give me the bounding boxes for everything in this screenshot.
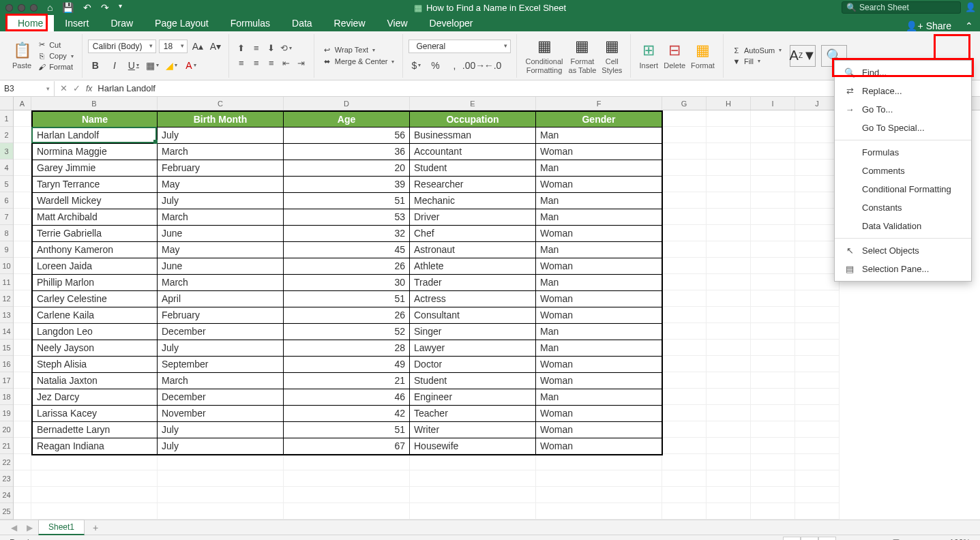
row-header[interactable]: 12: [0, 290, 13, 307]
table-cell[interactable]: Harlan Landolf: [32, 127, 158, 144]
table-cell[interactable]: Student: [410, 373, 536, 389]
fx-icon[interactable]: fx: [86, 84, 92, 93]
table-cell[interactable]: April: [158, 291, 284, 308]
table-cell[interactable]: 67: [284, 438, 410, 455]
row-header[interactable]: 9: [0, 241, 13, 258]
menu-data-validation[interactable]: Data Validation: [835, 217, 971, 235]
menu-formulas[interactable]: Formulas: [835, 143, 971, 162]
row-header[interactable]: 20: [0, 421, 13, 438]
table-header-cell[interactable]: Name: [32, 111, 158, 127]
table-cell[interactable]: 30: [284, 275, 410, 291]
row-header[interactable]: 25: [0, 503, 13, 520]
table-cell[interactable]: 49: [284, 357, 410, 373]
column-header[interactable]: G: [662, 97, 707, 110]
row-header[interactable]: 10: [0, 258, 13, 274]
align-left-button[interactable]: ≡: [235, 57, 248, 70]
table-cell[interactable]: Teacher: [410, 406, 536, 422]
tab-draw[interactable]: Draw: [100, 15, 144, 31]
border-button[interactable]: ▦: [145, 59, 160, 72]
cell-styles-button[interactable]: ▦Cell Styles: [599, 37, 625, 74]
tab-data[interactable]: Data: [281, 15, 323, 31]
cut-button[interactable]: ✂Cut: [34, 40, 76, 50]
percent-button[interactable]: %: [428, 59, 443, 72]
table-cell[interactable]: Researcher: [410, 177, 536, 193]
table-cell[interactable]: Woman: [536, 308, 662, 324]
table-cell[interactable]: Singer: [410, 324, 536, 340]
table-cell[interactable]: Carley Celestine: [32, 291, 158, 308]
row-header[interactable]: 18: [0, 389, 13, 405]
decrease-font-button[interactable]: A▾: [208, 40, 223, 53]
table-cell[interactable]: May: [158, 177, 284, 193]
name-box[interactable]: B3: [0, 81, 55, 96]
table-cell[interactable]: July: [158, 340, 284, 357]
table-cell[interactable]: 51: [284, 422, 410, 438]
menu-select-objects[interactable]: ↖Select Objects: [835, 241, 971, 260]
table-cell[interactable]: Writer: [410, 422, 536, 438]
font-size-select[interactable]: 18: [159, 40, 188, 53]
macro-record-icon[interactable]: ⏺: [47, 538, 55, 541]
menu-constants[interactable]: Constants: [835, 198, 971, 217]
table-cell[interactable]: Reagan Indiana: [32, 438, 158, 455]
table-cell[interactable]: Consultant: [410, 308, 536, 324]
table-cell[interactable]: March: [158, 209, 284, 226]
table-cell[interactable]: 32: [284, 226, 410, 242]
insert-cells-button[interactable]: ⊞Insert: [636, 41, 661, 70]
column-header[interactable]: F: [536, 97, 662, 110]
sort-filter-button[interactable]: AZ▼: [787, 45, 818, 67]
share-button[interactable]: 👤+ Share ⌃: [906, 20, 973, 31]
table-cell[interactable]: Astronaut: [410, 242, 536, 258]
menu-replace[interactable]: ⇄Replace...: [835, 82, 971, 100]
table-header-cell[interactable]: Occupation: [410, 111, 536, 127]
row-header[interactable]: 2: [0, 127, 13, 143]
column-header[interactable]: B: [31, 97, 158, 110]
table-cell[interactable]: 28: [284, 340, 410, 357]
table-cell[interactable]: Athlete: [410, 258, 536, 275]
table-cell[interactable]: Garey Jimmie: [32, 160, 158, 177]
table-cell[interactable]: November: [158, 406, 284, 422]
table-cell[interactable]: Carlene Kaila: [32, 308, 158, 324]
increase-font-button[interactable]: A▴: [190, 40, 205, 53]
add-sheet-button[interactable]: +: [86, 522, 105, 533]
table-cell[interactable]: Woman: [536, 438, 662, 455]
select-all-corner[interactable]: [0, 97, 13, 110]
table-cell[interactable]: March: [158, 144, 284, 160]
table-cell[interactable]: Woman: [536, 177, 662, 193]
format-cells-button[interactable]: ▦Format: [688, 41, 717, 70]
row-header[interactable]: 17: [0, 372, 13, 389]
table-cell[interactable]: Man: [536, 209, 662, 226]
table-cell[interactable]: Woman: [536, 144, 662, 160]
column-header[interactable]: J: [795, 97, 840, 110]
table-cell[interactable]: Neely Jayson: [32, 340, 158, 357]
table-cell[interactable]: Matt Archibald: [32, 209, 158, 226]
delete-cells-button[interactable]: ⊟Delete: [661, 41, 688, 70]
collapse-ribbon-icon[interactable]: ⌃: [965, 20, 973, 31]
menu-goto[interactable]: →Go To...: [835, 100, 971, 119]
row-header[interactable]: 1: [0, 110, 13, 127]
table-cell[interactable]: Man: [536, 242, 662, 258]
prev-sheet-icon[interactable]: ◀: [7, 523, 21, 532]
row-header[interactable]: 6: [0, 192, 13, 209]
table-cell[interactable]: 26: [284, 258, 410, 275]
table-cell[interactable]: July: [158, 422, 284, 438]
table-cell[interactable]: Woman: [536, 226, 662, 242]
align-center-button[interactable]: ≡: [250, 57, 263, 70]
table-cell[interactable]: Langdon Leo: [32, 324, 158, 340]
align-middle-button[interactable]: ≡: [250, 42, 263, 55]
table-cell[interactable]: Woman: [536, 422, 662, 438]
table-cell[interactable]: Man: [536, 389, 662, 406]
sheet-tab[interactable]: Sheet1: [38, 520, 85, 535]
tab-insert[interactable]: Insert: [54, 15, 100, 31]
table-cell[interactable]: Accountant: [410, 144, 536, 160]
row-header[interactable]: 19: [0, 405, 13, 421]
increase-indent-button[interactable]: ⇥: [295, 57, 308, 70]
row-header[interactable]: 13: [0, 307, 13, 323]
comma-button[interactable]: ,: [447, 59, 462, 72]
column-header[interactable]: E: [410, 97, 536, 110]
currency-button[interactable]: $: [409, 59, 424, 72]
table-cell[interactable]: July: [158, 127, 284, 144]
table-cell[interactable]: 45: [284, 242, 410, 258]
font-select[interactable]: Calibri (Body): [88, 40, 156, 53]
merge-center-button[interactable]: ⬌Merge & Center: [320, 57, 398, 67]
table-cell[interactable]: Chef: [410, 226, 536, 242]
row-header[interactable]: 5: [0, 176, 13, 192]
